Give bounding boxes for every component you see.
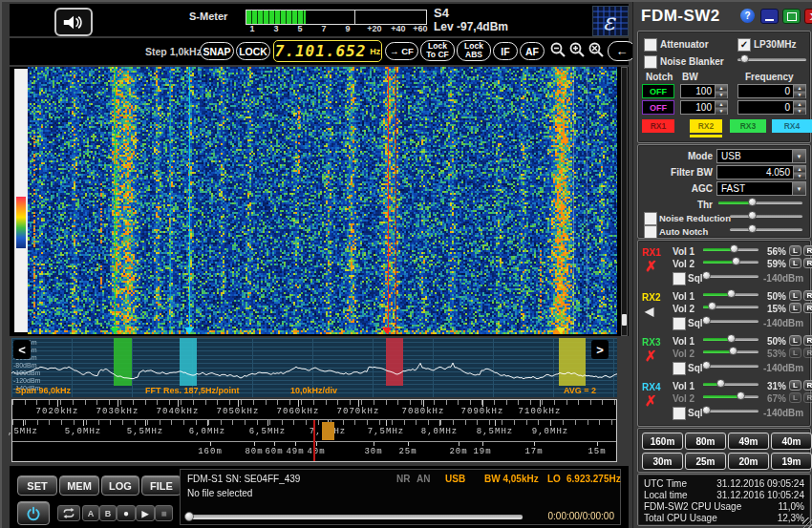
rx4-sql-checkbox[interactable] bbox=[673, 407, 686, 420]
rx1-vol2-slider-thumb[interactable] bbox=[732, 257, 740, 265]
agc-dropdown-arrow[interactable]: ▼ bbox=[792, 182, 805, 195]
frequency-ruler[interactable]: 7020kHz7030kHz7040kHz7050kHz7060kHz7070k… bbox=[11, 399, 617, 462]
power-button[interactable] bbox=[17, 501, 50, 525]
zoom-out-icon[interactable] bbox=[550, 42, 566, 58]
lp30mhz-checkbox[interactable]: ✓ bbox=[737, 38, 751, 52]
playback-progress-handle[interactable] bbox=[184, 512, 194, 521]
spectrum-panel[interactable]: -20dBm-40dBm-60dBm-80dBm-100dBm-120dBm-1… bbox=[11, 338, 617, 397]
agc-dropdown[interactable]: FAST▼ bbox=[716, 181, 806, 196]
band-button-25m[interactable]: 25m bbox=[685, 453, 726, 470]
rx1-sql-slider[interactable] bbox=[705, 272, 759, 281]
play-button[interactable]: ▶ bbox=[136, 505, 155, 521]
rx1-mute-icon[interactable]: ✗ bbox=[645, 260, 657, 273]
snap-button[interactable]: SNAP bbox=[200, 42, 234, 60]
rx4-sql-slider[interactable] bbox=[705, 407, 759, 415]
frequency-display[interactable]: 7.101.652 Hz bbox=[273, 40, 382, 62]
band-button-160m[interactable]: 160m bbox=[642, 433, 683, 450]
af-button[interactable]: AF bbox=[520, 42, 545, 60]
pan-left-button[interactable]: < bbox=[13, 340, 31, 359]
noise-blanker-slider-thumb[interactable] bbox=[740, 54, 749, 63]
rx4-vol2-right-button[interactable]: R bbox=[803, 392, 812, 403]
notch1-off-button[interactable]: OFF bbox=[642, 84, 674, 98]
mode-dropdown[interactable]: USB▼ bbox=[716, 149, 806, 163]
notch2-bw-spinner[interactable]: 100 ▲▼ bbox=[680, 100, 728, 115]
notch2-frequency-spinner[interactable]: 0 ▲▼ bbox=[737, 100, 806, 115]
rx2-sql-checkbox[interactable] bbox=[673, 317, 686, 330]
rx1-sql-checkbox[interactable] bbox=[673, 272, 686, 285]
rx3-vol2-slider-thumb[interactable] bbox=[729, 347, 737, 355]
rx4-vol2-slider[interactable] bbox=[703, 392, 759, 401]
rx1-vol2-slider[interactable] bbox=[703, 258, 759, 266]
rx3-sql-slider[interactable] bbox=[705, 362, 759, 370]
rx2-vol2-left-button[interactable]: L bbox=[789, 303, 801, 313]
stop-button[interactable]: ■ bbox=[155, 505, 173, 521]
close-button[interactable]: X bbox=[804, 9, 812, 24]
band-button-40m[interactable]: 40m bbox=[771, 433, 812, 450]
noise-reduction-checkbox[interactable] bbox=[644, 212, 657, 225]
rx1-vol1-slider[interactable] bbox=[703, 245, 759, 254]
noise-reduction-slider-thumb[interactable] bbox=[748, 211, 757, 220]
zoom-reset-icon[interactable] bbox=[588, 42, 605, 58]
rx4-vol2-slider-thumb[interactable] bbox=[737, 391, 745, 400]
rx4-vol1-slider-thumb[interactable] bbox=[716, 379, 725, 388]
rx1-sql-slider-thumb[interactable] bbox=[702, 271, 711, 280]
playback-progress-track[interactable] bbox=[188, 515, 523, 519]
lock-abs-button[interactable]: LockABS bbox=[457, 40, 491, 61]
attenuator-checkbox[interactable] bbox=[644, 38, 657, 52]
rx1-marker-triangle[interactable] bbox=[382, 327, 392, 334]
rx1-vol1-right-button[interactable]: R bbox=[803, 245, 812, 256]
waterfall-scrollbar-handle[interactable] bbox=[622, 314, 627, 326]
filter-bw-spinner[interactable]: 4.050 ▲▼ bbox=[716, 165, 806, 180]
file-button[interactable]: FILE bbox=[141, 475, 182, 496]
marker-a-button[interactable]: A bbox=[82, 505, 99, 521]
rx1-vol2-right-button[interactable]: R bbox=[803, 258, 812, 268]
rx4-vol1-slider[interactable] bbox=[703, 380, 759, 389]
zoom-in-icon[interactable] bbox=[569, 42, 586, 58]
auto-notch-slider-thumb[interactable] bbox=[748, 224, 757, 233]
mem-button[interactable]: MEM bbox=[59, 475, 99, 496]
rx4-mute-icon[interactable]: ✗ bbox=[645, 394, 657, 408]
if-button[interactable]: IF bbox=[493, 42, 518, 60]
rx1-vol2-left-button[interactable]: L bbox=[789, 258, 801, 268]
move-to-cf-button[interactable]: → CF bbox=[385, 42, 418, 60]
rx3-mute-icon[interactable]: ✗ bbox=[645, 349, 657, 363]
noise-blanker-slider[interactable] bbox=[737, 55, 806, 64]
band-button-80m[interactable]: 80m bbox=[685, 433, 726, 450]
rx4-vol2-left-button[interactable]: L bbox=[789, 392, 801, 403]
notch1-frequency-spinner[interactable]: 0 ▲▼ bbox=[737, 84, 806, 98]
rx3-sql-checkbox[interactable] bbox=[673, 362, 686, 375]
rx2-vol1-right-button[interactable]: R bbox=[803, 290, 812, 301]
maximize-button[interactable] bbox=[782, 9, 801, 24]
rx3-vol1-slider-thumb[interactable] bbox=[727, 334, 736, 343]
record-button[interactable]: ● bbox=[117, 505, 136, 521]
band-button-20m[interactable]: 20m bbox=[728, 453, 769, 470]
mode-dropdown-arrow[interactable]: ▼ bbox=[792, 150, 805, 162]
rx2-vol1-slider-thumb[interactable] bbox=[727, 289, 736, 298]
thr-slider-thumb[interactable] bbox=[748, 198, 757, 206]
rx3-marker-triangle[interactable] bbox=[110, 327, 119, 334]
marker-b-button[interactable]: B bbox=[99, 505, 117, 521]
rx2-sql-slider-thumb[interactable] bbox=[702, 316, 711, 325]
rx3-vol2-slider[interactable] bbox=[703, 348, 759, 356]
help-button[interactable]: ? bbox=[740, 9, 755, 23]
set-button[interactable]: SET bbox=[17, 475, 57, 496]
notch1-bw-spinner[interactable]: 100 ▲▼ bbox=[680, 84, 728, 98]
rx-tab-rx4[interactable]: RX4 bbox=[772, 119, 812, 133]
notch2-frequency-spin-buttons[interactable]: ▲▼ bbox=[793, 101, 805, 114]
rx2-vol2-slider[interactable] bbox=[703, 303, 759, 311]
rx2-vol2-slider-thumb[interactable] bbox=[708, 302, 716, 310]
band-button-19m[interactable]: 19m bbox=[771, 453, 812, 470]
audio-output-button[interactable] bbox=[54, 8, 93, 36]
filter-bw-spin-buttons[interactable]: ▲▼ bbox=[793, 166, 805, 179]
rx1-vol1-slider-thumb[interactable] bbox=[730, 244, 738, 253]
auto-notch-slider[interactable] bbox=[730, 225, 802, 234]
notch2-off-button[interactable]: OFF bbox=[642, 100, 674, 115]
rx3-vol1-right-button[interactable]: R bbox=[803, 335, 812, 346]
waterfall-contrast-slider[interactable] bbox=[14, 69, 28, 332]
rx2-speaker-icon[interactable]: ◀ bbox=[645, 305, 653, 318]
minimize-button[interactable] bbox=[760, 9, 779, 24]
lock-button[interactable]: LOCK bbox=[236, 42, 270, 60]
rx3-vol2-right-button[interactable]: R bbox=[803, 348, 812, 358]
rx2-sql-slider[interactable] bbox=[705, 317, 759, 326]
notch2-bw-spin-buttons[interactable]: ▲▼ bbox=[715, 101, 727, 114]
